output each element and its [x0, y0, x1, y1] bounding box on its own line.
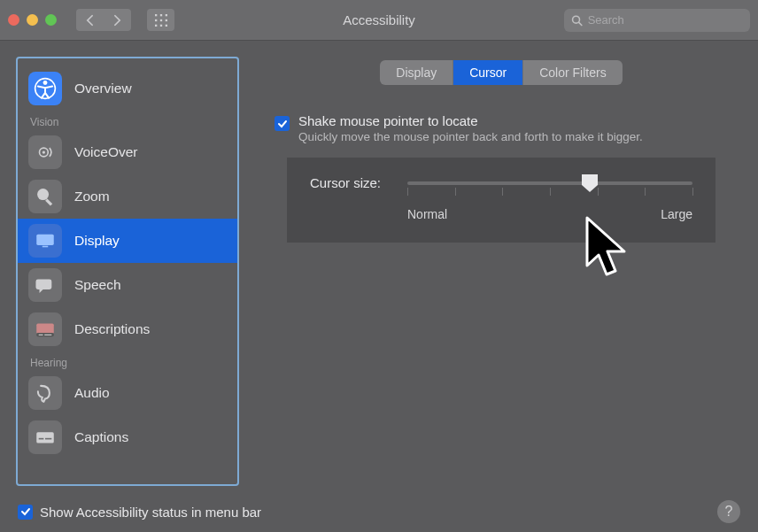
sidebar-item-label: Overview [74, 81, 132, 96]
display-tabs: Display Cursor Color Filters [260, 60, 742, 85]
sidebar-item-voiceover[interactable]: VoiceOver [18, 130, 237, 174]
sidebar-item-speech[interactable]: Speech [18, 263, 237, 307]
sidebar-item-label: Captions [74, 429, 128, 445]
sidebar-item-display[interactable]: Display [18, 219, 237, 263]
forward-button[interactable] [104, 9, 131, 31]
shake-to-locate-label: Shake mouse pointer to locate [298, 113, 643, 128]
tab-color-filters[interactable]: Color Filters [523, 60, 622, 85]
svg-line-10 [579, 22, 582, 25]
sidebar-item-label: VoiceOver [74, 144, 138, 160]
sidebar-item-label: Descriptions [74, 321, 150, 337]
svg-point-15 [37, 189, 49, 200]
svg-rect-24 [39, 438, 44, 440]
svg-rect-22 [44, 335, 51, 335]
svg-point-14 [43, 150, 45, 153]
svg-rect-21 [39, 335, 43, 335]
tab-cursor[interactable]: Cursor [453, 60, 523, 85]
svg-rect-23 [36, 432, 54, 443]
display-icon [28, 224, 62, 258]
speech-icon [28, 268, 62, 302]
sidebar-item-label: Display [74, 233, 120, 249]
sidebar-item-zoom[interactable]: Zoom [18, 174, 237, 219]
svg-rect-7 [159, 24, 161, 26]
slider-max-label: Large [661, 207, 692, 221]
sidebar-item-label: Speech [74, 277, 121, 293]
svg-rect-0 [155, 14, 157, 16]
search-field-wrap[interactable] [564, 9, 750, 32]
svg-rect-4 [159, 19, 161, 20]
svg-rect-2 [165, 14, 166, 16]
search-icon [571, 14, 583, 27]
svg-rect-25 [45, 438, 51, 440]
slider-min-label: Normal [407, 207, 447, 221]
show-status-checkbox[interactable] [18, 505, 33, 520]
slider-thumb[interactable] [582, 174, 598, 192]
shake-to-locate-description: Quickly move the mouse pointer back and … [298, 130, 643, 143]
grid-icon [155, 14, 167, 27]
svg-rect-17 [36, 235, 54, 245]
svg-rect-18 [43, 246, 49, 248]
slider-ticks [407, 188, 692, 196]
svg-rect-19 [36, 324, 54, 334]
nav-buttons [76, 9, 131, 31]
zoom-window-button[interactable] [45, 14, 57, 26]
help-icon: ? [725, 504, 733, 520]
window-title: Accessibility [343, 12, 415, 27]
settings-panel: Display Cursor Color Filters Shake mouse… [260, 57, 742, 486]
slider-thumb-icon [582, 174, 598, 192]
svg-point-12 [43, 81, 48, 85]
cursor-size-label: Cursor size: [310, 175, 381, 190]
sidebar-item-overview[interactable]: Overview [18, 66, 237, 111]
back-button[interactable] [76, 9, 104, 31]
svg-rect-3 [155, 19, 157, 20]
sidebar-item-captions[interactable]: Captions [18, 415, 237, 459]
check-icon [277, 119, 288, 129]
sidebar-item-audio[interactable]: Audio [18, 371, 237, 415]
bottom-bar: Show Accessibility status in menu bar ? [0, 491, 758, 532]
cursor-size-card: Cursor size: Normal Large [287, 158, 715, 243]
svg-rect-6 [155, 24, 157, 26]
descriptions-icon [28, 312, 62, 346]
show-all-button[interactable] [147, 9, 174, 31]
window-controls [8, 14, 57, 26]
chevron-left-icon [86, 14, 94, 27]
captions-icon [28, 420, 62, 454]
sidebar-section-hearing: Hearing [18, 351, 237, 371]
help-button[interactable]: ? [717, 500, 740, 523]
svg-rect-5 [165, 19, 166, 20]
shake-to-locate-checkbox[interactable] [275, 116, 290, 131]
voiceover-icon [28, 135, 62, 169]
minimize-window-button[interactable] [27, 14, 38, 26]
accessibility-icon [28, 72, 62, 105]
svg-rect-8 [165, 24, 166, 26]
search-input[interactable] [588, 13, 743, 27]
sidebar-item-label: Audio [74, 385, 110, 401]
sidebar-item-label: Zoom [74, 189, 110, 204]
svg-rect-16 [45, 198, 52, 205]
cursor-size-slider[interactable] [407, 181, 692, 185]
close-window-button[interactable] [8, 14, 19, 26]
tab-display[interactable]: Display [380, 60, 453, 85]
chevron-right-icon [113, 14, 121, 27]
sidebar-section-vision: Vision [18, 111, 237, 130]
check-icon [20, 506, 31, 517]
titlebar: Accessibility [0, 0, 758, 41]
svg-rect-1 [159, 14, 161, 16]
show-status-label: Show Accessibility status in menu bar [40, 505, 261, 520]
shake-to-locate-option: Shake mouse pointer to locate Quickly mo… [275, 113, 742, 143]
sidebar: Overview Vision VoiceOver Zoom Display [16, 57, 239, 486]
audio-icon [28, 376, 62, 410]
zoom-icon [28, 180, 62, 213]
sidebar-item-descriptions[interactable]: Descriptions [18, 307, 237, 351]
